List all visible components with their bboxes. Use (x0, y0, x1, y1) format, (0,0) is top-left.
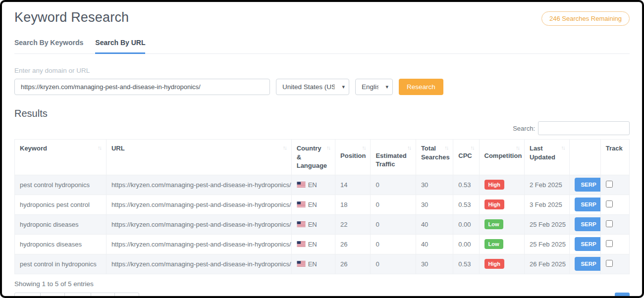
track-checkbox[interactable] (606, 200, 613, 207)
export-copy-button[interactable]: Copy (14, 293, 41, 298)
app-window: Keyword Research 246 Searches Remaining … (0, 0, 644, 298)
cell-serp: SERP (570, 234, 600, 254)
cell-total-searches: 40 (416, 234, 453, 254)
results-heading: Results (14, 108, 630, 119)
language-select[interactable]: English (355, 79, 393, 95)
cell-country-language: EN (291, 195, 335, 214)
column-header-estimated-traffic[interactable]: ↑↓Estimated Traffic (371, 140, 416, 175)
sort-icon: ↑↓ (283, 144, 286, 151)
language-select-wrap: English ▾ (355, 79, 393, 95)
cell-cpc: 0.53 (453, 254, 479, 274)
cell-track (600, 195, 629, 214)
track-checkbox[interactable] (606, 220, 613, 227)
sort-icon: ↑↓ (516, 144, 519, 151)
sort-icon: ↑↓ (471, 144, 474, 151)
table-filter-label: Search: (513, 125, 535, 132)
us-flag-icon (297, 241, 306, 247)
cell-competition: High (479, 195, 524, 214)
column-header-cpc[interactable]: ↑↓CPC (453, 140, 479, 175)
track-checkbox[interactable] (606, 260, 613, 267)
cell-last-updated: 3 Feb 2025 (524, 195, 569, 214)
language-code: EN (308, 260, 317, 268)
cell-last-updated: 25 Feb 2025 (524, 214, 569, 234)
table-filter-input[interactable] (538, 121, 630, 135)
cell-cpc: 0.00 (453, 214, 479, 234)
cell-keyword: hydroponic diseases (15, 214, 107, 234)
cell-estimated-traffic: 0 (371, 234, 416, 254)
sort-icon: ↑↓ (362, 144, 365, 151)
serp-button[interactable]: SERP (575, 257, 600, 271)
language-code: EN (308, 181, 317, 189)
sort-icon: ↑↓ (98, 144, 101, 151)
page-header: Keyword Research 246 Searches Remaining (14, 2, 630, 26)
url-input[interactable] (14, 79, 270, 95)
track-checkbox[interactable] (606, 181, 613, 188)
column-header-keyword[interactable]: ↑↓Keyword (15, 140, 107, 175)
column-header-url[interactable]: ↑↓URL (106, 140, 291, 175)
cell-last-updated: 26 Feb 2025 (524, 254, 569, 274)
competition-badge: Low (484, 239, 503, 249)
language-code: EN (308, 241, 317, 248)
entries-summary: Showing 1 to 5 of 5 entries (14, 280, 630, 288)
cell-position: 14 (335, 175, 371, 195)
cell-estimated-traffic: 0 (371, 214, 416, 234)
serp-button[interactable]: SERP (575, 217, 600, 231)
tab-search-by-url[interactable]: Search By URL (95, 39, 145, 54)
export-print-button[interactable]: Print (114, 293, 139, 298)
column-header-last-updated[interactable]: ↑↓Last Updated (524, 140, 569, 175)
competition-badge: High (484, 180, 504, 190)
competition-badge: High (484, 199, 504, 209)
language-code: EN (308, 221, 317, 228)
cell-position: 18 (335, 195, 371, 214)
competition-badge: Low (484, 219, 503, 229)
serp-button[interactable]: SERP (575, 198, 600, 211)
research-button[interactable]: Research (399, 79, 443, 95)
column-header-total-searches[interactable]: ↑↓Total Searches (416, 140, 453, 175)
cell-track (600, 175, 629, 195)
cell-serp: SERP (570, 214, 600, 234)
track-checkbox[interactable] (606, 240, 613, 247)
cell-keyword: pest control in hydroponics (15, 254, 107, 274)
export-csv-button[interactable]: CSV (40, 293, 65, 298)
cell-country-language: EN (291, 254, 335, 274)
cell-track (600, 214, 629, 234)
cell-url: https://kryzen.com/managing-pest-and-dis… (106, 214, 291, 234)
sort-icon: ↑↓ (407, 144, 411, 151)
tab-search-by-keywords[interactable]: Search By Keywords (14, 39, 83, 54)
table-row: hydroponics diseaseshttps://kryzen.com/m… (15, 234, 630, 254)
cell-total-searches: 30 (416, 195, 453, 214)
results-table: ↑↓Keyword↑↓URL↑↓Country & Language↑↓Posi… (14, 139, 630, 274)
cell-competition: High (479, 175, 524, 195)
serp-button[interactable]: SERP (575, 178, 600, 192)
url-field-label: Enter any domain or URL (14, 67, 630, 74)
cell-serp: SERP (570, 254, 600, 274)
search-form: United States (US) ▾ English ▾ Research (14, 79, 630, 95)
table-filter: Search: (14, 121, 630, 135)
page-title: Keyword Research (14, 10, 129, 25)
cell-cpc: 0.53 (453, 175, 479, 195)
column-header-country-language[interactable]: ↑↓Country & Language (291, 140, 335, 175)
export-pdf-button[interactable]: PDF (91, 293, 115, 298)
country-select[interactable]: United States (US) (276, 79, 349, 95)
competition-badge: High (484, 259, 504, 269)
column-header-competition[interactable]: ↑↓Competition (479, 140, 524, 175)
cell-serp: SERP (570, 175, 600, 195)
table-row: pest control hydroponicshttps://kryzen.c… (15, 175, 630, 195)
cell-competition: High (479, 254, 524, 274)
cell-competition: Low (479, 234, 524, 254)
cell-url: https://kryzen.com/managing-pest-and-dis… (106, 254, 291, 274)
cell-total-searches: 30 (416, 254, 453, 274)
export-button-group: CopyCSVExcelPDFPrint (14, 293, 139, 298)
cell-estimated-traffic: 0 (371, 175, 416, 195)
column-header-position[interactable]: ↑↓Position (335, 140, 371, 175)
cell-country-language: EN (291, 214, 335, 234)
cell-competition: Low (479, 214, 524, 234)
sort-icon: ↑↓ (326, 144, 330, 151)
export-excel-button[interactable]: Excel (64, 293, 92, 298)
tab-bar: Search By Keywords Search By URL (14, 39, 630, 54)
table-header-row: ↑↓Keyword↑↓URL↑↓Country & Language↑↓Posi… (15, 140, 630, 175)
serp-button[interactable]: SERP (575, 237, 600, 251)
cell-keyword: hydroponics diseases (15, 234, 107, 254)
cell-last-updated: 25 Feb 2025 (524, 234, 569, 254)
pagination-page-1-button[interactable]: 1 (615, 293, 630, 298)
